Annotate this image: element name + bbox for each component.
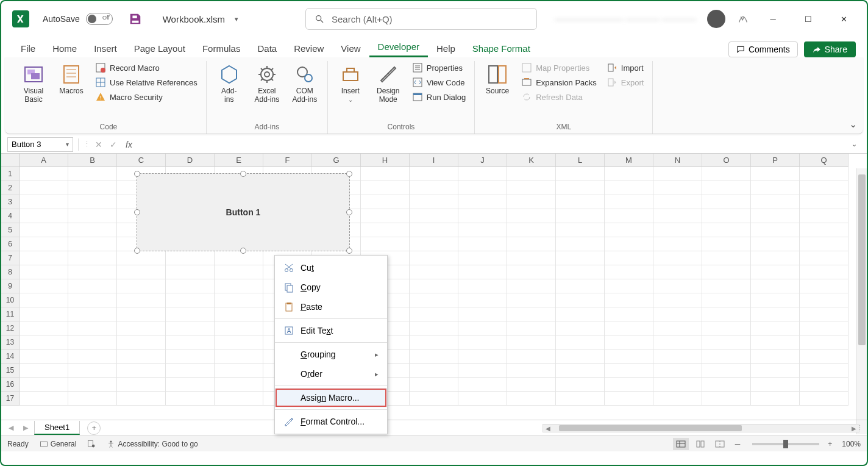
col-header[interactable]: N bbox=[653, 154, 702, 167]
cell[interactable] bbox=[507, 279, 556, 293]
cell[interactable] bbox=[751, 167, 800, 181]
cell[interactable] bbox=[653, 349, 702, 364]
cell[interactable] bbox=[215, 378, 263, 392]
cell[interactable] bbox=[605, 335, 653, 349]
row-header[interactable]: 7 bbox=[1, 251, 20, 265]
cell[interactable] bbox=[800, 335, 848, 349]
cell[interactable] bbox=[117, 251, 166, 265]
cell[interactable] bbox=[653, 237, 702, 251]
tab-developer[interactable]: Developer bbox=[369, 38, 428, 57]
cell[interactable] bbox=[751, 265, 800, 279]
cell[interactable] bbox=[68, 307, 117, 321]
cell[interactable] bbox=[166, 378, 215, 392]
cell[interactable] bbox=[68, 293, 117, 307]
cell[interactable] bbox=[68, 279, 117, 293]
cell[interactable] bbox=[215, 293, 263, 307]
cell[interactable] bbox=[410, 293, 458, 307]
cell[interactable] bbox=[702, 195, 751, 209]
cell[interactable] bbox=[166, 392, 215, 406]
ctx-copy[interactable]: Copy bbox=[275, 278, 387, 297]
cell[interactable] bbox=[751, 195, 800, 209]
col-header[interactable]: G bbox=[312, 154, 361, 167]
cell[interactable] bbox=[166, 293, 215, 307]
cell[interactable] bbox=[507, 293, 556, 307]
excel-addins-button[interactable]: Excel Add-ins bbox=[249, 61, 285, 107]
cell[interactable] bbox=[702, 167, 751, 181]
row-header[interactable]: 5 bbox=[1, 223, 20, 237]
cell[interactable] bbox=[507, 181, 556, 195]
cell[interactable] bbox=[653, 392, 702, 406]
cell[interactable] bbox=[20, 167, 68, 181]
row-header[interactable]: 9 bbox=[1, 279, 20, 293]
cell[interactable] bbox=[800, 392, 848, 406]
cell[interactable] bbox=[410, 335, 458, 349]
ctx-format-control[interactable]: Format Control... bbox=[275, 412, 387, 431]
cell[interactable] bbox=[410, 223, 458, 237]
cell[interactable] bbox=[800, 378, 848, 392]
cell[interactable] bbox=[556, 392, 605, 406]
cell[interactable] bbox=[361, 181, 410, 195]
cell[interactable] bbox=[653, 167, 702, 181]
cell[interactable] bbox=[751, 378, 800, 392]
cell[interactable] bbox=[702, 223, 751, 237]
row-header[interactable]: 10 bbox=[1, 293, 20, 307]
cell[interactable] bbox=[215, 392, 263, 406]
cell[interactable] bbox=[458, 335, 507, 349]
cell[interactable] bbox=[800, 307, 848, 321]
fx-icon[interactable]: fx bbox=[122, 140, 136, 149]
cell[interactable] bbox=[702, 293, 751, 307]
cell[interactable] bbox=[751, 335, 800, 349]
col-header[interactable]: E bbox=[215, 154, 263, 167]
cell[interactable] bbox=[702, 378, 751, 392]
cell[interactable] bbox=[653, 321, 702, 335]
cancel-formula-button[interactable]: ✕ bbox=[93, 140, 105, 149]
cell[interactable] bbox=[751, 392, 800, 406]
cell[interactable] bbox=[410, 195, 458, 209]
cell[interactable] bbox=[556, 251, 605, 265]
com-addins-button[interactable]: COM Add-ins bbox=[287, 61, 322, 107]
cell[interactable] bbox=[68, 223, 117, 237]
chevron-down-icon[interactable]: ▾ bbox=[66, 141, 69, 148]
cell[interactable] bbox=[361, 195, 410, 209]
cell[interactable] bbox=[507, 335, 556, 349]
macros-button[interactable]: Macros bbox=[54, 61, 89, 98]
cell[interactable] bbox=[702, 209, 751, 223]
cell[interactable] bbox=[458, 392, 507, 406]
cell[interactable] bbox=[68, 167, 117, 181]
cell[interactable] bbox=[166, 265, 215, 279]
cell[interactable] bbox=[410, 349, 458, 364]
sheet-nav-prev[interactable]: ◀ bbox=[5, 424, 17, 432]
cell[interactable] bbox=[653, 265, 702, 279]
row-header[interactable]: 14 bbox=[1, 349, 20, 364]
col-header[interactable]: A bbox=[20, 154, 68, 167]
cell[interactable] bbox=[458, 223, 507, 237]
cell[interactable] bbox=[507, 223, 556, 237]
cell[interactable] bbox=[653, 293, 702, 307]
tab-shape-format[interactable]: Shape Format bbox=[464, 40, 539, 57]
cell[interactable] bbox=[507, 321, 556, 335]
cell[interactable] bbox=[458, 321, 507, 335]
col-header[interactable]: J bbox=[458, 154, 507, 167]
cell[interactable] bbox=[702, 335, 751, 349]
comments-button[interactable]: Comments bbox=[728, 41, 798, 57]
cell[interactable] bbox=[605, 237, 653, 251]
enter-formula-button[interactable]: ✓ bbox=[107, 140, 119, 149]
col-header[interactable]: M bbox=[605, 154, 653, 167]
cell[interactable] bbox=[507, 237, 556, 251]
tab-insert[interactable]: Insert bbox=[85, 40, 126, 57]
cell[interactable] bbox=[507, 378, 556, 392]
zoom-percent[interactable]: 100% bbox=[842, 440, 861, 448]
col-header[interactable]: B bbox=[68, 154, 117, 167]
cell[interactable] bbox=[653, 209, 702, 223]
cell[interactable] bbox=[800, 364, 848, 378]
cell[interactable] bbox=[702, 364, 751, 378]
cell[interactable] bbox=[361, 167, 410, 181]
cell[interactable] bbox=[507, 307, 556, 321]
cell[interactable] bbox=[410, 279, 458, 293]
cell[interactable] bbox=[20, 181, 68, 195]
cell[interactable] bbox=[556, 223, 605, 237]
cell[interactable] bbox=[653, 181, 702, 195]
add-sheet-button[interactable]: + bbox=[87, 421, 101, 435]
cell[interactable] bbox=[800, 251, 848, 265]
cell[interactable] bbox=[605, 265, 653, 279]
